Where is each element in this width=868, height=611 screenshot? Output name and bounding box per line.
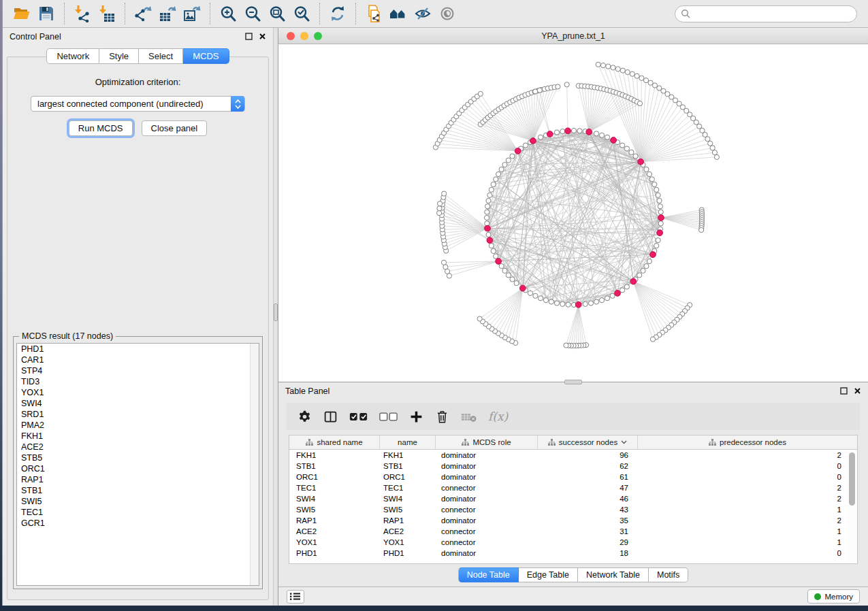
control-tab-select[interactable]: Select [139,48,183,64]
network-node[interactable] [654,187,659,192]
table-scrollbar[interactable] [848,450,856,562]
network-graph[interactable] [278,44,868,382]
tab-network-table[interactable]: Network Table [578,567,649,582]
mcds-result-item[interactable]: CAR1 [17,354,259,365]
network-node[interactable] [489,244,494,248]
satellite-node[interactable] [564,82,569,87]
satellite-node[interactable] [714,154,719,159]
criterion-select[interactable]: largest connected component (undirected) [31,96,245,112]
mcds-list-scrollbar[interactable] [250,344,259,585]
network-node[interactable] [658,204,662,209]
dominator-node[interactable] [565,128,571,134]
close-panel-icon[interactable] [854,385,861,397]
network-node[interactable] [543,298,548,303]
dominator-node[interactable] [496,259,502,265]
network-node[interactable] [644,167,649,171]
export-table-icon[interactable] [157,3,178,24]
network-node[interactable] [629,150,634,154]
control-tab-style[interactable]: Style [99,48,139,64]
satellite-node[interactable] [438,201,443,206]
network-node[interactable] [549,299,553,304]
network-node[interactable] [658,221,663,226]
network-node[interactable] [502,163,507,167]
column-header-MCDS-role[interactable]: MCDS role [436,435,538,449]
refresh-layout-icon[interactable] [327,3,348,24]
satellite-node[interactable] [634,73,639,78]
network-node[interactable] [506,273,511,278]
import-network-icon[interactable] [72,3,93,24]
network-node[interactable] [658,210,663,214]
network-node[interactable] [560,301,565,306]
network-node[interactable] [657,198,662,203]
satellite-node[interactable] [437,206,442,211]
network-node[interactable] [624,146,629,151]
network-node[interactable] [487,193,492,197]
network-node[interactable] [649,177,654,182]
first-neighbors-icon[interactable] [388,3,408,24]
column-layout-icon[interactable] [323,410,338,424]
table-row[interactable]: TEC1TEC1connector472 [289,482,857,493]
network-node[interactable] [485,204,490,209]
network-node[interactable] [486,232,491,237]
run-mcds-button[interactable]: Run MCDS [69,120,133,136]
save-session-icon[interactable] [36,3,57,24]
network-node[interactable] [571,128,576,133]
network-node[interactable] [506,158,511,163]
float-panel-icon[interactable] [840,385,848,397]
network-node[interactable] [496,171,501,176]
dominator-node[interactable] [485,225,491,231]
table-row[interactable]: PHD1PHD1dominator180 [289,548,857,559]
network-node[interactable] [620,288,625,293]
satellite-node[interactable] [478,91,483,96]
satellite-node[interactable] [630,71,634,76]
mcds-result-item[interactable]: GCR1 [17,518,259,529]
network-node[interactable] [656,193,660,197]
satellite-node[interactable] [615,67,620,71]
deselect-all-rows-icon[interactable] [379,410,398,424]
mcds-result-item[interactable]: ACE2 [17,442,259,452]
network-node[interactable] [624,284,629,289]
satellite-node[interactable] [620,68,625,73]
network-node[interactable] [652,182,657,186]
delete-column-icon[interactable] [435,410,449,424]
network-node[interactable] [583,301,588,306]
mcds-result-item[interactable]: SWI4 [17,398,259,409]
network-node[interactable] [491,182,496,186]
network-node[interactable] [647,259,652,263]
zoom-out-icon[interactable] [242,3,263,24]
column-header-shared-name[interactable]: shared name [289,435,380,449]
dominator-node[interactable] [586,129,592,135]
satellite-node[interactable] [625,70,630,75]
satellite-node[interactable] [712,150,717,155]
dominator-node[interactable] [658,215,664,221]
satellite-node[interactable] [643,78,648,83]
network-node[interactable] [566,302,570,307]
show-all-icon[interactable] [437,3,457,24]
dominator-node[interactable] [515,148,521,154]
network-node[interactable] [514,281,519,286]
network-window-titlebar[interactable]: YPA_prune.txt_1 [278,28,868,44]
network-node[interactable] [523,143,528,148]
satellite-node[interactable] [705,137,710,142]
control-tab-mcds[interactable]: MCDS [183,48,229,64]
open-file-icon[interactable] [12,3,32,24]
table-settings-gear-icon[interactable] [298,410,312,424]
satellite-node[interactable] [537,88,542,93]
dominator-node[interactable] [657,230,663,236]
hide-selected-icon[interactable] [413,3,433,24]
network-node[interactable] [641,268,645,273]
clone-network-icon[interactable] [364,3,384,24]
mcds-result-item[interactable]: SRD1 [17,409,259,420]
network-node[interactable] [610,293,615,298]
satellite-node[interactable] [606,64,611,69]
search-input[interactable] [675,5,857,22]
network-node[interactable] [528,291,532,295]
network-node[interactable] [577,129,582,133]
network-node[interactable] [560,129,565,134]
network-node[interactable] [491,248,496,253]
satellite-node[interactable] [437,211,442,216]
dominator-node[interactable] [611,137,617,144]
zoom-fit-icon[interactable] [267,3,287,24]
network-node[interactable] [594,299,599,304]
network-node[interactable] [494,254,498,259]
